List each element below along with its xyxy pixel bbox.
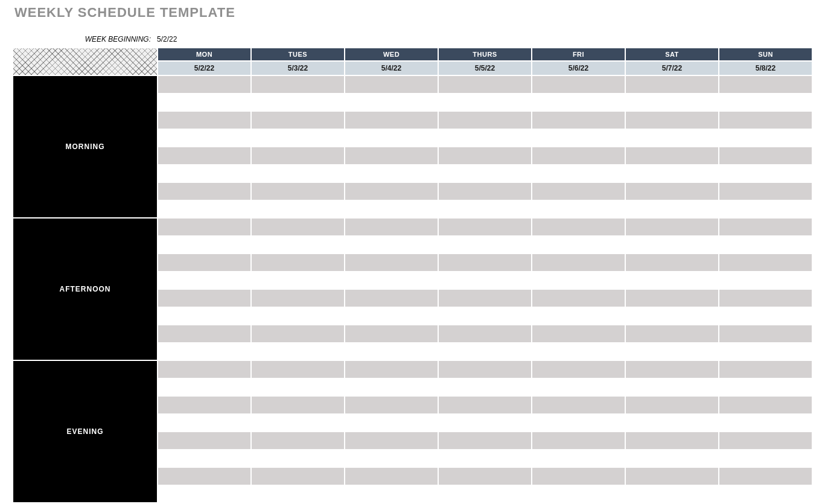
schedule-cell[interactable] bbox=[158, 325, 251, 343]
schedule-cell[interactable] bbox=[251, 325, 345, 343]
schedule-cell[interactable] bbox=[345, 485, 438, 503]
schedule-cell[interactable] bbox=[345, 94, 438, 112]
schedule-cell[interactable] bbox=[719, 343, 812, 361]
schedule-cell[interactable] bbox=[438, 378, 532, 397]
schedule-cell[interactable] bbox=[532, 414, 625, 432]
schedule-cell[interactable] bbox=[158, 111, 251, 129]
schedule-cell[interactable] bbox=[532, 94, 625, 112]
schedule-cell[interactable] bbox=[251, 272, 345, 290]
schedule-cell[interactable] bbox=[532, 254, 625, 272]
schedule-cell[interactable] bbox=[345, 450, 438, 468]
schedule-cell[interactable] bbox=[438, 182, 532, 200]
schedule-cell[interactable] bbox=[625, 147, 719, 165]
schedule-cell[interactable] bbox=[438, 467, 532, 485]
schedule-cell[interactable] bbox=[158, 254, 251, 272]
schedule-cell[interactable] bbox=[251, 467, 345, 485]
schedule-cell[interactable] bbox=[251, 414, 345, 432]
schedule-cell[interactable] bbox=[625, 325, 719, 343]
schedule-cell[interactable] bbox=[719, 200, 812, 219]
schedule-cell[interactable] bbox=[625, 254, 719, 272]
schedule-cell[interactable] bbox=[251, 165, 345, 183]
schedule-cell[interactable] bbox=[719, 272, 812, 290]
schedule-cell[interactable] bbox=[532, 236, 625, 254]
schedule-cell[interactable] bbox=[158, 467, 251, 485]
schedule-cell[interactable] bbox=[251, 450, 345, 468]
schedule-cell[interactable] bbox=[158, 182, 251, 200]
schedule-cell[interactable] bbox=[719, 129, 812, 147]
schedule-cell[interactable] bbox=[438, 343, 532, 361]
schedule-cell[interactable] bbox=[158, 200, 251, 219]
schedule-cell[interactable] bbox=[158, 147, 251, 165]
schedule-cell[interactable] bbox=[345, 182, 438, 200]
schedule-cell[interactable] bbox=[345, 378, 438, 397]
schedule-cell[interactable] bbox=[345, 396, 438, 414]
schedule-cell[interactable] bbox=[719, 432, 812, 450]
schedule-cell[interactable] bbox=[532, 182, 625, 200]
schedule-cell[interactable] bbox=[719, 94, 812, 112]
schedule-cell[interactable] bbox=[719, 450, 812, 468]
schedule-cell[interactable] bbox=[158, 272, 251, 290]
schedule-cell[interactable] bbox=[158, 289, 251, 307]
schedule-cell[interactable] bbox=[158, 129, 251, 147]
schedule-cell[interactable] bbox=[719, 396, 812, 414]
schedule-cell[interactable] bbox=[438, 129, 532, 147]
schedule-cell[interactable] bbox=[158, 94, 251, 112]
schedule-cell[interactable] bbox=[625, 378, 719, 397]
schedule-cell[interactable] bbox=[438, 147, 532, 165]
schedule-cell[interactable] bbox=[625, 165, 719, 183]
schedule-cell[interactable] bbox=[345, 75, 438, 94]
schedule-cell[interactable] bbox=[625, 182, 719, 200]
schedule-cell[interactable] bbox=[158, 450, 251, 468]
schedule-cell[interactable] bbox=[719, 254, 812, 272]
schedule-cell[interactable] bbox=[251, 200, 345, 219]
schedule-cell[interactable] bbox=[719, 414, 812, 432]
schedule-cell[interactable] bbox=[345, 467, 438, 485]
schedule-cell[interactable] bbox=[345, 147, 438, 165]
schedule-cell[interactable] bbox=[625, 485, 719, 503]
schedule-cell[interactable] bbox=[532, 165, 625, 183]
schedule-cell[interactable] bbox=[719, 218, 812, 236]
schedule-cell[interactable] bbox=[345, 165, 438, 183]
schedule-cell[interactable] bbox=[158, 360, 251, 378]
schedule-cell[interactable] bbox=[438, 165, 532, 183]
schedule-cell[interactable] bbox=[532, 378, 625, 397]
schedule-cell[interactable] bbox=[719, 307, 812, 325]
schedule-cell[interactable] bbox=[438, 94, 532, 112]
schedule-cell[interactable] bbox=[719, 182, 812, 200]
schedule-cell[interactable] bbox=[158, 75, 251, 94]
schedule-cell[interactable] bbox=[345, 414, 438, 432]
schedule-cell[interactable] bbox=[625, 432, 719, 450]
schedule-cell[interactable] bbox=[345, 272, 438, 290]
schedule-cell[interactable] bbox=[158, 165, 251, 183]
schedule-cell[interactable] bbox=[345, 360, 438, 378]
schedule-cell[interactable] bbox=[532, 467, 625, 485]
schedule-cell[interactable] bbox=[251, 360, 345, 378]
schedule-cell[interactable] bbox=[438, 414, 532, 432]
schedule-cell[interactable] bbox=[345, 343, 438, 361]
schedule-cell[interactable] bbox=[625, 129, 719, 147]
schedule-cell[interactable] bbox=[625, 414, 719, 432]
schedule-cell[interactable] bbox=[438, 272, 532, 290]
schedule-cell[interactable] bbox=[345, 254, 438, 272]
schedule-cell[interactable] bbox=[438, 485, 532, 503]
schedule-cell[interactable] bbox=[158, 343, 251, 361]
schedule-cell[interactable] bbox=[719, 360, 812, 378]
schedule-cell[interactable] bbox=[438, 254, 532, 272]
schedule-cell[interactable] bbox=[158, 414, 251, 432]
schedule-cell[interactable] bbox=[345, 111, 438, 129]
schedule-cell[interactable] bbox=[438, 200, 532, 219]
schedule-cell[interactable] bbox=[719, 75, 812, 94]
schedule-cell[interactable] bbox=[625, 94, 719, 112]
schedule-cell[interactable] bbox=[158, 485, 251, 503]
schedule-cell[interactable] bbox=[532, 325, 625, 343]
schedule-cell[interactable] bbox=[438, 432, 532, 450]
schedule-cell[interactable] bbox=[251, 236, 345, 254]
schedule-cell[interactable] bbox=[625, 236, 719, 254]
schedule-cell[interactable] bbox=[625, 307, 719, 325]
schedule-cell[interactable] bbox=[251, 378, 345, 397]
schedule-cell[interactable] bbox=[532, 272, 625, 290]
schedule-cell[interactable] bbox=[625, 360, 719, 378]
schedule-cell[interactable] bbox=[345, 236, 438, 254]
schedule-cell[interactable] bbox=[719, 485, 812, 503]
schedule-cell[interactable] bbox=[438, 75, 532, 94]
